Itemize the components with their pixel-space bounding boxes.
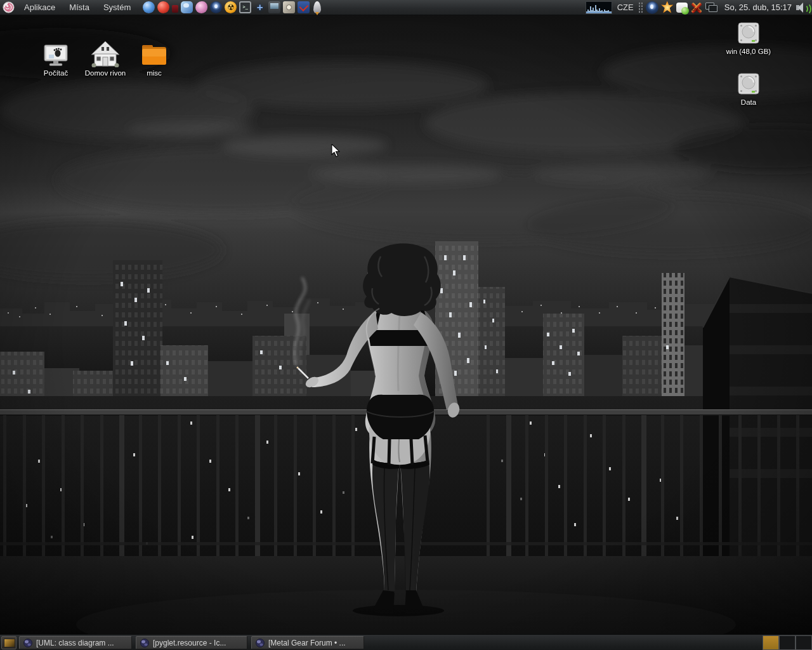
browser-window-icon: [140, 639, 149, 647]
taskbar-window-metal-gear[interactable]: [Metal Gear Forum • ...: [251, 636, 364, 649]
menu-aplikace[interactable]: Aplikace: [17, 0, 62, 15]
workspace-1[interactable]: [763, 635, 779, 650]
folder-icon: [140, 43, 168, 67]
launcher-web-browser-icon[interactable]: [143, 1, 155, 13]
launcher-blue-cross-icon[interactable]: +: [254, 1, 266, 13]
launcher-messenger-icon[interactable]: [181, 1, 193, 13]
distro-menu-logo-icon[interactable]: [3, 1, 15, 13]
panel-handle[interactable]: [638, 2, 643, 13]
launcher-terminal-icon[interactable]: >_: [239, 1, 251, 13]
launcher-pidgin-icon[interactable]: [195, 1, 207, 13]
tray-displays-icon[interactable]: [705, 1, 718, 14]
menu-system[interactable]: Systém: [96, 0, 138, 15]
taskbar: [UML: class diagram ... [pyglet.resource…: [0, 634, 812, 650]
browser-window-icon: [256, 639, 265, 647]
volume-icon[interactable]: [796, 1, 809, 14]
desktop-icon-label: Data: [722, 98, 775, 106]
volume-wave-2: [801, 3, 811, 15]
computer-icon: [42, 44, 70, 67]
workspace-2[interactable]: [779, 635, 796, 650]
tray-update-starburst-icon[interactable]: [661, 1, 674, 14]
home-icon: [90, 41, 121, 67]
taskbar-window-uml[interactable]: [UML: class diagram ...: [19, 636, 132, 649]
top-panel: Aplikace Místa Systém ☢ >_ +: [0, 0, 812, 15]
launcher-screenshot-icon[interactable]: [268, 1, 280, 13]
desktop-icon-label: Domov rivon: [79, 69, 132, 77]
launcher-mini-red-icon[interactable]: [172, 5, 178, 13]
launcher-rocket-icon[interactable]: [313, 1, 321, 13]
desktop-icon-data-drive[interactable]: Data: [722, 72, 775, 106]
tray-xchat-icon[interactable]: chat: [690, 1, 703, 14]
system-tray: CZE chat So, 25. dub, 15:17: [586, 0, 812, 15]
clock[interactable]: So, 25. dub, 15:17: [719, 3, 796, 12]
keyboard-layout-indicator[interactable]: CZE: [612, 3, 637, 12]
desktop-icon-home[interactable]: Domov rivon: [79, 41, 132, 77]
workspace-switcher: [763, 635, 812, 650]
browser-window-icon: [23, 639, 32, 647]
taskbar-window-pyglet[interactable]: [pyglet.resource - Ic...: [136, 636, 247, 649]
desktop-icon-label: win (48,0 GB): [722, 48, 775, 55]
desktop-icon-misc-folder[interactable]: misc: [128, 43, 181, 77]
tray-lamp-icon[interactable]: [646, 1, 658, 14]
launcher-dev-icon[interactable]: [298, 1, 310, 13]
desktop-icon-label: Počítač: [29, 69, 82, 77]
launcher-lamp-icon[interactable]: [210, 1, 222, 13]
taskbar-window-label: [pyglet.resource - Ic...: [153, 639, 226, 647]
menu-mista[interactable]: Místa: [62, 0, 96, 15]
launcher-bar: ☢ >_ +: [141, 1, 324, 13]
taskbar-window-label: [UML: class diagram ...: [36, 639, 114, 647]
show-desktop-icon: [4, 639, 15, 647]
launcher-radiation-icon[interactable]: ☢: [225, 1, 237, 13]
hard-drive-icon: [735, 22, 762, 46]
desktop-icon-label: misc: [128, 69, 181, 77]
mouse-cursor: [331, 144, 341, 161]
taskbar-window-label: [Metal Gear Forum • ...: [268, 639, 346, 647]
desktop-icon-computer[interactable]: Počítač: [29, 44, 82, 77]
tray-xchat-label: chat: [692, 7, 700, 11]
show-desktop-button[interactable]: [1, 636, 16, 649]
workspace-3[interactable]: [796, 635, 812, 650]
screen: Aplikace Místa Systém ☢ >_ +: [0, 0, 812, 650]
tray-chat-bubble-icon[interactable]: [676, 3, 688, 13]
system-monitor-graph[interactable]: [586, 1, 612, 14]
hard-drive-icon: [735, 72, 762, 96]
launcher-archive-icon[interactable]: [283, 1, 295, 13]
desktop-icon-win-drive[interactable]: win (48,0 GB): [722, 22, 775, 55]
launcher-opera-icon[interactable]: [157, 1, 169, 13]
wallpaper: [0, 15, 812, 634]
